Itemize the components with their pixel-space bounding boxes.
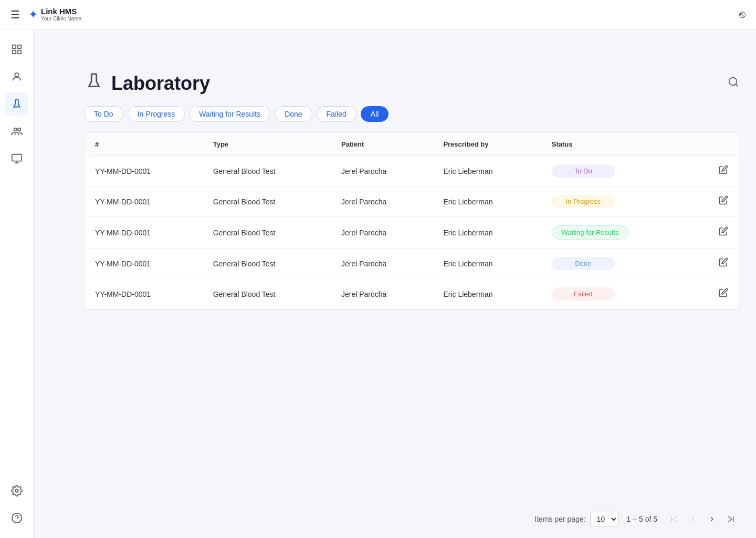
svg-point-4: [15, 73, 18, 77]
row-type: General Blood Test: [203, 187, 331, 217]
filter-tab-waiting[interactable]: Waiting for Results: [189, 106, 270, 122]
row-id: YY-MM-DD-0001: [85, 156, 203, 187]
row-status: Failed: [541, 279, 692, 309]
svg-point-6: [14, 128, 17, 131]
logout-icon[interactable]: ⎋: [739, 8, 746, 20]
app-subtitle: Your Clinic Name: [41, 16, 81, 22]
svg-point-11: [15, 489, 18, 492]
laboratory-icon: [84, 71, 104, 96]
status-badge: Waiting for Results: [552, 225, 629, 240]
table-row: YY-MM-DD-0001General Blood TestJerel Par…: [85, 217, 739, 249]
svg-line-16: [736, 84, 738, 86]
row-type: General Blood Test: [203, 217, 331, 249]
status-badge: To Do: [552, 164, 615, 178]
table-row: YY-MM-DD-0001General Blood TestJerel Par…: [85, 187, 739, 217]
svg-rect-0: [12, 45, 15, 48]
edit-icon[interactable]: [719, 227, 728, 238]
main-content: Laboratory To DoIn ProgressWaiting for R…: [67, 59, 756, 500]
row-status: To Do: [541, 156, 692, 187]
table-row: YY-MM-DD-0001General Blood TestJerel Par…: [85, 249, 739, 279]
row-prescribed-by: Eric Lieberman: [433, 217, 541, 249]
status-badge: In Progress: [552, 195, 615, 208]
row-status: Waiting for Results: [541, 217, 692, 249]
row-type: General Blood Test: [203, 279, 331, 309]
svg-rect-2: [12, 50, 15, 54]
svg-rect-1: [17, 45, 20, 48]
col-header-3: Prescribed by: [433, 133, 541, 156]
table-row: YY-MM-DD-0001General Blood TestJerel Par…: [85, 156, 739, 187]
topbar: ☰ ✦ Link HMS Your Clinic Name ⎋: [0, 0, 756, 29]
row-prescribed-by: Eric Lieberman: [433, 156, 541, 187]
col-header-5: [692, 133, 739, 156]
table-row: YY-MM-DD-0001General Blood TestJerel Par…: [85, 279, 739, 309]
pagination-bar: Items per page: 5102550 1 – 5 of 5: [34, 500, 756, 538]
row-id: YY-MM-DD-0001: [85, 217, 203, 249]
sidebar: [0, 29, 34, 538]
row-action-cell: [692, 249, 739, 279]
filter-tab-all[interactable]: All: [361, 106, 389, 122]
row-patient: Jerel Parocha: [331, 279, 433, 309]
row-status: In Progress: [541, 187, 692, 217]
items-per-page-label: Items per page:: [534, 515, 585, 523]
row-action-cell: [692, 279, 739, 309]
filter-tab-done[interactable]: Done: [275, 106, 312, 122]
col-header-4: Status: [541, 133, 692, 156]
row-patient: Jerel Parocha: [331, 249, 433, 279]
pagination-range: 1 – 5 of 5: [627, 515, 657, 523]
filter-tab-inprogress[interactable]: In Progress: [128, 106, 185, 122]
row-prescribed-by: Eric Lieberman: [433, 249, 541, 279]
hamburger-menu[interactable]: ☰: [10, 8, 20, 21]
row-type: General Blood Test: [203, 249, 331, 279]
sidebar-item-help[interactable]: [5, 506, 28, 530]
svg-rect-3: [17, 50, 20, 54]
sidebar-item-laboratory[interactable]: [5, 92, 28, 116]
next-page-button[interactable]: [704, 511, 720, 527]
row-patient: Jerel Parocha: [331, 217, 433, 249]
row-prescribed-by: Eric Lieberman: [433, 187, 541, 217]
status-badge: Failed: [552, 287, 615, 301]
page-header: Laboratory: [84, 71, 739, 96]
lab-table: #TypePatientPrescribed byStatus YY-MM-DD…: [85, 133, 739, 309]
items-per-page-select[interactable]: 5102550: [590, 512, 618, 526]
row-action-cell: [692, 187, 739, 217]
lab-table-card: #TypePatientPrescribed byStatus YY-MM-DD…: [84, 132, 739, 309]
row-action-cell: [692, 156, 739, 187]
filter-tab-failed[interactable]: Failed: [317, 106, 356, 122]
svg-rect-8: [12, 154, 21, 161]
sidebar-item-dashboard[interactable]: [5, 38, 28, 61]
first-page-button[interactable]: [666, 511, 682, 527]
page-title-row: Laboratory: [84, 71, 210, 96]
sidebar-item-settings[interactable]: [5, 479, 28, 502]
search-button[interactable]: [728, 76, 739, 91]
row-id: YY-MM-DD-0001: [85, 279, 203, 309]
table-body: YY-MM-DD-0001General Blood TestJerel Par…: [85, 156, 739, 309]
prev-page-button[interactable]: [685, 511, 701, 527]
row-type: General Blood Test: [203, 156, 331, 187]
row-patient: Jerel Parocha: [331, 156, 433, 187]
page-title: Laboratory: [111, 73, 210, 95]
last-page-button[interactable]: [722, 511, 739, 527]
col-header-2: Patient: [331, 133, 433, 156]
filter-tabs: To DoIn ProgressWaiting for ResultsDoneF…: [84, 106, 739, 122]
row-id: YY-MM-DD-0001: [85, 187, 203, 217]
svg-point-15: [729, 78, 737, 86]
status-badge: Done: [552, 257, 615, 270]
edit-icon[interactable]: [719, 166, 728, 177]
row-prescribed-by: Eric Lieberman: [433, 279, 541, 309]
sidebar-item-monitor[interactable]: [5, 147, 28, 170]
logo: ✦ Link HMS Your Clinic Name: [28, 7, 81, 22]
row-patient: Jerel Parocha: [331, 187, 433, 217]
edit-icon[interactable]: [719, 289, 728, 299]
row-status: Done: [541, 249, 692, 279]
pagination-controls: [666, 511, 739, 527]
edit-icon[interactable]: [719, 196, 728, 207]
row-action-cell: [692, 217, 739, 249]
col-header-1: Type: [203, 133, 331, 156]
sidebar-item-patients[interactable]: [5, 65, 28, 88]
edit-icon[interactable]: [719, 258, 728, 269]
filter-tab-todo[interactable]: To Do: [84, 106, 123, 122]
items-per-page: Items per page: 5102550: [534, 512, 618, 526]
logo-icon: ✦: [28, 8, 38, 22]
svg-point-7: [17, 128, 20, 131]
sidebar-item-teams[interactable]: [5, 120, 28, 143]
